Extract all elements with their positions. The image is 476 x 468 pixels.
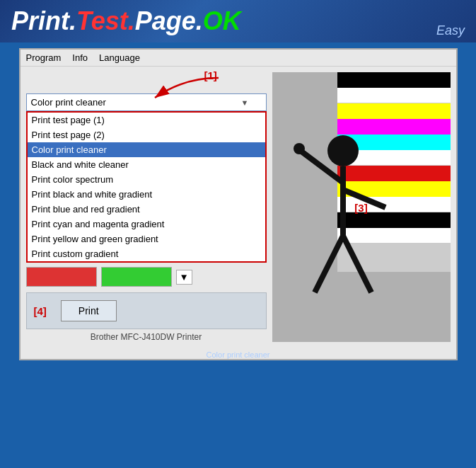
dropdown-item-3[interactable]: Black and white cleaner [28, 157, 265, 172]
printer-name: Brother MFC-J410DW Printer [91, 332, 202, 342]
dropdown-item-8[interactable]: Print yellow and green gradient [28, 232, 265, 246]
svg-point-7 [294, 143, 305, 154]
dropdown-item-0[interactable]: Print test page (1) [28, 113, 265, 127]
dropdown-selected-label: Color print cleaner [31, 97, 106, 108]
menu-program[interactable]: Program [26, 52, 62, 63]
dropdown-item-4[interactable]: Print color spectrum [28, 172, 265, 187]
red-color-button[interactable] [26, 267, 97, 287]
svg-point-1 [327, 135, 359, 166]
menu-language[interactable]: Language [99, 52, 140, 63]
dropdown-item-7[interactable]: Print cyan and magenta gradient [28, 217, 265, 232]
color-bar-yellow [337, 103, 451, 119]
logo-page: Page. [135, 6, 203, 35]
logo-test: Test. [76, 6, 135, 35]
content-area: [1] Color print cleaner ▼ [2] Print test… [21, 67, 456, 348]
logo-print: Print. [11, 6, 76, 35]
dropdown-container: Color print cleaner ▼ [2] Print test pag… [26, 93, 267, 263]
preview-panel: [3] [272, 72, 451, 342]
stick-figure [279, 130, 407, 328]
annotation-1-label: [1] [204, 69, 217, 81]
print-area: [4] Print [26, 292, 267, 329]
color-dropdown-button[interactable]: ▼ [176, 270, 192, 285]
menu-info[interactable]: Info [72, 52, 88, 63]
left-panel: Color print cleaner ▼ [2] Print test pag… [26, 72, 267, 342]
header-easy-label: Easy [436, 23, 465, 38]
color-bar-white [337, 88, 451, 103]
green-color-button[interactable] [101, 267, 172, 287]
color-bar-black [337, 72, 451, 88]
annotation-arrow [127, 71, 240, 106]
dropdown-item-5[interactable]: Print black and white gradient [28, 187, 265, 202]
svg-line-6 [343, 236, 371, 292]
printer-info: Brother MFC-J410DW Printer [26, 332, 267, 342]
dropdown-item-1[interactable]: Print test page (2) [28, 127, 265, 142]
print-button[interactable]: Print [61, 300, 117, 321]
page-bottom-label: Color print cleaner [21, 350, 456, 359]
dropdown-item-2[interactable]: Color print cleaner [28, 142, 265, 157]
annotation-4-label: [4] [34, 305, 47, 317]
color-controls: ▼ [26, 267, 267, 287]
main-window: Program Info Language [1] Color print cl… [19, 48, 458, 360]
dropdown-arrow-icon: ▼ [241, 98, 249, 107]
menubar: Program Info Language [21, 50, 456, 67]
svg-line-5 [315, 236, 343, 292]
dropdown-item-9[interactable]: Print custom gradient [28, 246, 265, 261]
svg-line-4 [343, 190, 385, 207]
color-dropdown-arrow-icon: ▼ [180, 272, 189, 282]
app-header: Print.Test.Page.OK Easy [0, 0, 476, 42]
app-logo: Print.Test.Page.OK [11, 6, 241, 36]
dropdown-item-6[interactable]: Print blue and red gradient [28, 202, 265, 217]
logo-ok: OK [203, 6, 241, 35]
dropdown-list: Print test page (1) Print test page (2) … [26, 111, 267, 263]
